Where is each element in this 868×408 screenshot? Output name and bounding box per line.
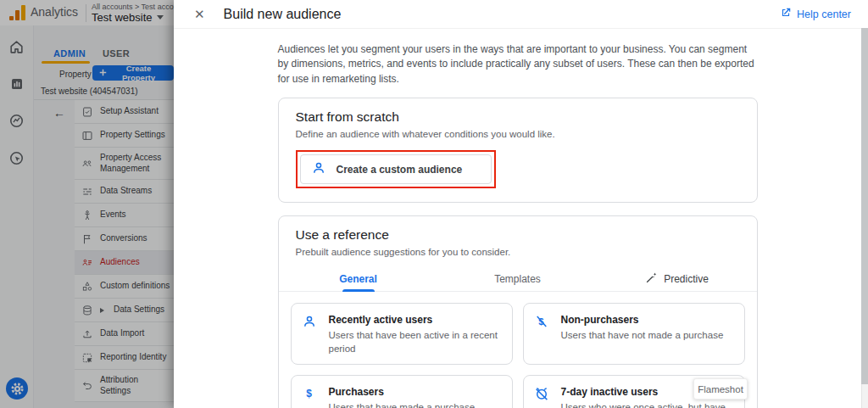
flameshot-button[interactable]: Flameshot: [693, 378, 748, 400]
suggestion-title: Non-purchasers: [561, 314, 724, 326]
external-link-icon: [780, 7, 792, 21]
start-from-scratch-subtitle: Define an audience with whatever conditi…: [296, 129, 740, 139]
alarm-off-icon: [534, 384, 551, 408]
suggestion-title: Recently active users: [329, 314, 502, 326]
start-from-scratch-card: Start from scratch Define an audience wi…: [278, 98, 758, 203]
modal-header: ✕ Build new audience Help center: [174, 0, 868, 29]
modal-body: Audiences let you segment your users in …: [174, 29, 861, 408]
audience-description: Audiences let you segment your users in …: [278, 42, 758, 87]
suggestion-description: Users that have not made a purchase: [561, 329, 724, 343]
tab-general-label: General: [339, 273, 377, 285]
scrollbar-thumb[interactable]: [861, 28, 868, 384]
screen: Analytics All accounts > Test account Te…: [0, 0, 868, 408]
use-a-reference-card: Use a reference Prebuilt audience sugges…: [278, 215, 758, 408]
money-off-icon: $: [534, 312, 551, 355]
tab-general[interactable]: General: [279, 266, 438, 291]
tab-predictive[interactable]: Predictive: [598, 266, 757, 291]
suggestion-title: Purchasers: [329, 386, 476, 398]
use-a-reference-title: Use a reference: [296, 227, 740, 243]
suggestion-description: Users that have been active in a recent …: [329, 329, 502, 355]
magic-wand-icon: [645, 271, 658, 287]
start-from-scratch-title: Start from scratch: [296, 109, 740, 125]
tab-templates-label: Templates: [494, 273, 541, 285]
build-audience-modal: ✕ Build new audience Help center Audienc…: [174, 0, 868, 408]
suggestion-description: Users who were once active, but have not…: [561, 401, 734, 408]
suggestions-grid: Recently active users Users that have be…: [279, 292, 757, 408]
create-custom-audience-button[interactable]: Create a custom audience: [300, 154, 492, 184]
tab-predictive-label: Predictive: [664, 273, 709, 285]
help-center-label: Help center: [797, 8, 851, 20]
red-annotation-box: Create a custom audience: [296, 150, 496, 188]
suggestion-description: Users that have made a purchase: [329, 401, 476, 408]
suggestion-recently-active-users[interactable]: Recently active users Users that have be…: [291, 303, 513, 365]
person-icon: [311, 160, 326, 178]
dollar-icon: $: [302, 384, 319, 408]
close-icon[interactable]: ✕: [191, 5, 209, 24]
suggestion-non-purchasers[interactable]: $ Non-purchasers Users that have not mad…: [523, 303, 745, 365]
svg-text:$: $: [306, 388, 312, 400]
use-a-reference-subtitle: Prebuilt audience suggestions for you to…: [296, 247, 740, 257]
modal-title: Build new audience: [224, 7, 342, 22]
tab-templates[interactable]: Templates: [438, 266, 598, 291]
reference-tabs: General Templates Predictive: [279, 266, 757, 292]
person-icon: [302, 312, 319, 355]
modal-scrim[interactable]: [0, 0, 174, 408]
suggestion-purchasers[interactable]: $ Purchasers Users that have made a purc…: [291, 375, 513, 408]
help-center-link[interactable]: Help center: [780, 7, 851, 21]
flameshot-label: Flameshot: [698, 384, 743, 394]
create-custom-audience-label: Create a custom audience: [337, 164, 463, 176]
